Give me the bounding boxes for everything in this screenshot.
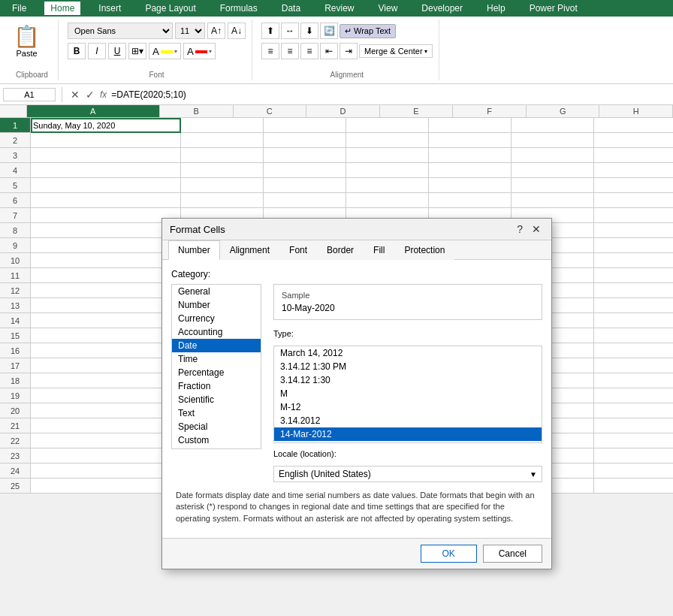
- type-list[interactable]: March 14, 2012 3.14.12 1:30 PM 3.14.12 1…: [273, 346, 542, 443]
- cell-a1[interactable]: Sunday, May 10, 2020: [31, 118, 181, 133]
- type-m-12[interactable]: M-12: [274, 400, 542, 414]
- tab-file[interactable]: File: [6, 2, 32, 15]
- row-num-5[interactable]: 5: [0, 178, 30, 193]
- col-header-b[interactable]: B: [160, 105, 234, 117]
- row-num-9[interactable]: 9: [0, 238, 30, 253]
- row-num-18[interactable]: 18: [0, 373, 30, 388]
- category-general[interactable]: General: [172, 285, 261, 298]
- align-bottom-btn[interactable]: ⬇: [300, 23, 318, 39]
- tab-home[interactable]: Home: [44, 2, 80, 15]
- bold-button[interactable]: B: [68, 43, 86, 59]
- tab-number[interactable]: Number: [168, 240, 220, 260]
- merge-center-button[interactable]: Merge & Center ▾: [359, 44, 433, 58]
- tab-developer[interactable]: Developer: [415, 2, 469, 15]
- row-num-24[interactable]: 24: [0, 464, 30, 479]
- tab-page-layout[interactable]: Page Layout: [139, 2, 201, 15]
- tab-help[interactable]: Help: [481, 2, 512, 15]
- type-3-14-2012[interactable]: 3.14.2012: [274, 414, 542, 427]
- row-num-1[interactable]: 1: [0, 118, 30, 133]
- category-currency[interactable]: Currency: [172, 312, 261, 325]
- confirm-formula-btn[interactable]: ✓: [83, 89, 97, 101]
- row-num-7[interactable]: 7: [0, 208, 30, 223]
- border-button[interactable]: ⊞▾: [128, 43, 146, 59]
- type-m[interactable]: M: [274, 387, 542, 400]
- type-3-14-12-1-30[interactable]: 3.14.12 1:30: [274, 373, 542, 387]
- cell-f1[interactable]: [512, 118, 594, 133]
- cell-c1[interactable]: [264, 118, 346, 133]
- cancel-formula-btn[interactable]: ✕: [68, 89, 82, 101]
- col-header-h[interactable]: H: [599, 105, 673, 117]
- col-header-f[interactable]: F: [453, 105, 527, 117]
- tab-alignment[interactable]: Alignment: [220, 240, 279, 260]
- tab-font[interactable]: Font: [279, 240, 317, 260]
- paste-button[interactable]: 📋 Paste: [12, 23, 41, 59]
- dialog-help-btn[interactable]: ?: [514, 223, 526, 235]
- align-top-btn[interactable]: ⬆: [261, 23, 279, 39]
- align-center-btn[interactable]: ≡: [281, 43, 299, 59]
- tab-insert[interactable]: Insert: [92, 2, 127, 15]
- tab-formulas[interactable]: Formulas: [214, 2, 264, 15]
- category-scientific[interactable]: Scientific: [172, 393, 261, 406]
- cell-d1[interactable]: [346, 118, 429, 133]
- category-list[interactable]: General Number Currency Accounting Date …: [171, 284, 261, 449]
- tab-protection[interactable]: Protection: [394, 240, 454, 260]
- cell-b1[interactable]: [181, 118, 264, 133]
- cell-a2[interactable]: [31, 133, 181, 148]
- cell-reference-box[interactable]: [3, 88, 56, 101]
- category-percentage[interactable]: Percentage: [172, 366, 261, 379]
- font-color-button[interactable]: A ▾: [183, 43, 216, 59]
- tab-power-pivot[interactable]: Power Pivot: [524, 2, 584, 15]
- cell-e1[interactable]: [429, 118, 512, 133]
- category-date[interactable]: Date: [172, 339, 261, 352]
- indent-decrease-btn[interactable]: ⇤: [320, 43, 338, 59]
- category-fraction[interactable]: Fraction: [172, 379, 261, 393]
- row-num-3[interactable]: 3: [0, 148, 30, 163]
- row-num-10[interactable]: 10: [0, 253, 30, 268]
- indent-increase-btn[interactable]: ⇥: [340, 43, 358, 59]
- locale-select[interactable]: English (United States) ▼: [273, 466, 542, 482]
- category-accounting[interactable]: Accounting: [172, 325, 261, 339]
- row-num-17[interactable]: 17: [0, 358, 30, 373]
- col-header-e[interactable]: E: [380, 105, 454, 117]
- row-num-14[interactable]: 14: [0, 313, 30, 328]
- row-num-11[interactable]: 11: [0, 268, 30, 283]
- category-time[interactable]: Time: [172, 352, 261, 366]
- col-header-c[interactable]: C: [234, 105, 307, 117]
- row-num-13[interactable]: 13: [0, 298, 30, 313]
- tab-review[interactable]: Review: [318, 2, 360, 15]
- type-3-14-12-1-30pm[interactable]: 3.14.12 1:30 PM: [274, 360, 542, 373]
- row-num-19[interactable]: 19: [0, 388, 30, 403]
- wrap-text-button[interactable]: ↵ Wrap Text: [340, 24, 396, 38]
- row-num-21[interactable]: 21: [0, 418, 30, 433]
- decrease-font-btn[interactable]: A↓: [228, 23, 246, 39]
- cell-a3[interactable]: [31, 148, 181, 163]
- type-march-14[interactable]: March 14, 2012: [274, 346, 542, 360]
- col-header-a[interactable]: A: [27, 105, 160, 117]
- type-14-mar-2012[interactable]: 14-Mar-2012: [274, 427, 542, 441]
- col-header-g[interactable]: G: [527, 105, 600, 117]
- font-name-select[interactable]: Open Sans: [68, 23, 173, 39]
- orientation-btn[interactable]: 🔄: [320, 23, 338, 39]
- category-special[interactable]: Special: [172, 420, 261, 433]
- underline-button[interactable]: U: [108, 43, 126, 59]
- align-right-btn[interactable]: ≡: [300, 43, 318, 59]
- category-custom[interactable]: Custom: [172, 433, 261, 447]
- row-num-16[interactable]: 16: [0, 343, 30, 358]
- row-num-6[interactable]: 6: [0, 193, 30, 208]
- font-size-select[interactable]: 11: [175, 23, 205, 39]
- category-text[interactable]: Text: [172, 406, 261, 420]
- category-number[interactable]: Number: [172, 298, 261, 312]
- row-num-22[interactable]: 22: [0, 433, 30, 448]
- row-num-12[interactable]: 12: [0, 283, 30, 298]
- tab-view[interactable]: View: [373, 2, 404, 15]
- row-num-15[interactable]: 15: [0, 328, 30, 343]
- col-header-d[interactable]: D: [306, 105, 380, 117]
- row-num-25[interactable]: 25: [0, 479, 30, 494]
- tab-fill[interactable]: Fill: [364, 240, 394, 260]
- row-num-4[interactable]: 4: [0, 163, 30, 178]
- increase-font-btn[interactable]: A↑: [207, 23, 225, 39]
- row-num-2[interactable]: 2: [0, 133, 30, 148]
- cell-g1[interactable]: [594, 118, 673, 133]
- align-middle-btn[interactable]: ↔: [281, 23, 299, 39]
- row-num-20[interactable]: 20: [0, 403, 30, 418]
